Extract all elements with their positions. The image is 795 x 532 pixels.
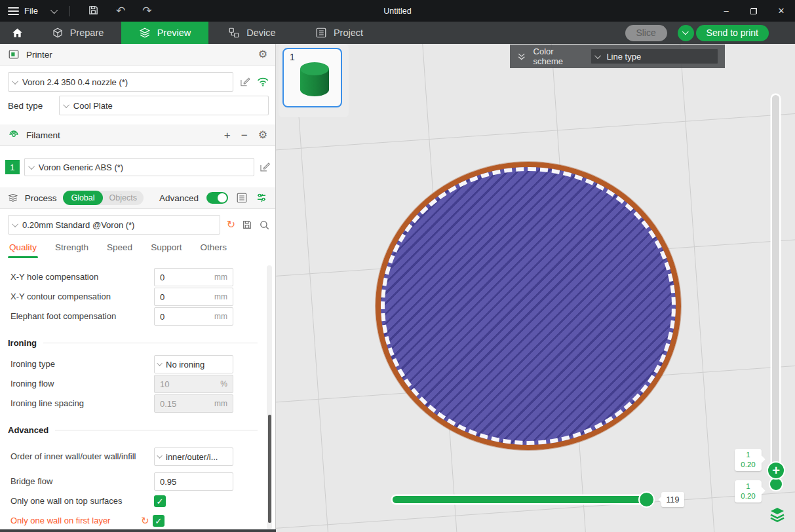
setting-xy-hole-compensation: X-Y hole compensation 0mm <box>10 267 265 287</box>
titlebar-divider <box>69 6 70 16</box>
process-scope-toggle[interactable]: Global Objects <box>63 191 144 205</box>
line-type-dropdown[interactable]: Line type <box>591 48 718 64</box>
edit-filament-icon[interactable] <box>259 161 271 173</box>
chevron-down-icon <box>12 221 18 227</box>
tab-device[interactable]: Device <box>208 22 296 44</box>
printer-settings-gear-icon[interactable]: ⚙ <box>258 49 267 60</box>
tab-quality[interactable]: Quality <box>9 242 37 258</box>
filament-settings-gear-icon[interactable]: ⚙ <box>258 130 267 140</box>
layer-slider-lower-badge: 1 0.20 <box>735 480 762 503</box>
scope-objects[interactable]: Objects <box>103 193 144 202</box>
plate-1-thumbnail[interactable]: 1 <box>282 48 342 107</box>
cylinder-model-preview <box>300 62 329 100</box>
hamburger-menu-icon[interactable] <box>8 7 19 15</box>
settings-list: X-Y hole compensation 0mm X-Y contour co… <box>0 265 265 531</box>
undo-icon[interactable]: ↶ <box>116 5 125 16</box>
tab-support[interactable]: Support <box>151 242 182 258</box>
layers-view-button[interactable] <box>767 504 787 524</box>
restore-button[interactable] <box>740 0 767 22</box>
printer-panel-header: Printer ⚙ <box>0 44 275 66</box>
infill-gap-notches <box>381 167 676 445</box>
setting-bridge-flow: Bridge flow 0.95 <box>10 472 265 491</box>
printer-preset-dropdown[interactable]: Voron 2.4 350 0.4 nozzle (*) <box>8 72 233 92</box>
process-panel-header: Process Global Objects Advanced <box>0 187 275 209</box>
minimize-button[interactable]: – <box>712 0 740 22</box>
home-button[interactable] <box>0 22 34 44</box>
plate-thumbnail-panel: 1 <box>279 44 349 117</box>
process-preset-dropdown[interactable]: 0.20mm Standard @Voron (*) <box>8 215 220 235</box>
project-list-icon <box>315 27 327 39</box>
tab-preview[interactable]: Preview <box>121 22 208 44</box>
advanced-group-header: Advanced <box>8 422 265 438</box>
redo-icon[interactable]: ↷ <box>142 5 151 16</box>
collapse-double-chevron-icon[interactable] <box>516 51 527 62</box>
save-preset-icon[interactable] <box>242 219 252 230</box>
setting-ironing-flow: Ironing flow 10% <box>10 374 265 394</box>
chevron-down-icon <box>595 52 602 59</box>
tab-strength[interactable]: Strength <box>55 242 88 258</box>
ironing-type-dropdown[interactable]: No ironing <box>154 355 233 373</box>
setting-wall-order: Order of inner wall/outer wall/infill in… <box>10 442 265 472</box>
settings-list-icon[interactable] <box>236 192 248 204</box>
slice-button[interactable]: Slice <box>625 25 667 41</box>
one-wall-first-checkbox[interactable]: ✓ <box>153 515 165 527</box>
edit-printer-icon[interactable] <box>239 76 250 88</box>
revert-setting-icon[interactable]: ↻ <box>141 515 149 527</box>
process-tabs: Quality Strength Speed Support Others <box>9 242 266 258</box>
file-menu-chevron-icon[interactable] <box>50 6 58 13</box>
wall-order-dropdown[interactable]: inner/outer/i... <box>154 447 233 466</box>
filament-slot-badge[interactable]: 1 <box>5 160 20 174</box>
send-options-chevron-button[interactable] <box>678 25 694 41</box>
printer-icon <box>8 48 20 60</box>
file-menu[interactable]: File <box>24 6 38 16</box>
chevron-down-icon <box>157 453 162 458</box>
tune-params-icon[interactable] <box>256 192 267 204</box>
send-to-print-button[interactable]: Send to print <box>696 25 769 41</box>
layer-slider-track[interactable] <box>772 95 779 466</box>
tab-prepare[interactable]: Prepare <box>34 22 121 44</box>
move-slider-handle[interactable] <box>638 491 655 508</box>
save-icon[interactable] <box>88 5 99 18</box>
advanced-label: Advanced <box>159 193 199 203</box>
bridge-flow-input[interactable]: 0.95 <box>154 472 233 491</box>
printer-header-title: Printer <box>26 50 52 60</box>
settings-scrollbar-thumb[interactable] <box>268 415 271 523</box>
remove-filament-icon[interactable]: − <box>241 130 248 141</box>
bed-type-dropdown[interactable]: Cool Plate <box>59 96 269 115</box>
move-slider-track[interactable] <box>393 496 653 503</box>
search-settings-icon[interactable] <box>259 219 270 231</box>
process-layers-icon <box>8 192 18 204</box>
tab-speed[interactable]: Speed <box>107 242 132 258</box>
one-wall-top-checkbox[interactable]: ✓ <box>154 495 166 507</box>
xy-contour-input[interactable]: 0mm <box>154 288 233 306</box>
ironing-line-spacing-input: 0.15mm <box>154 394 233 413</box>
preview-viewport[interactable]: 1 Color scheme Line type 1 0.20 1 0.20 <box>276 44 795 532</box>
add-filament-icon[interactable]: + <box>224 130 231 141</box>
tab-others[interactable]: Others <box>200 242 227 258</box>
view-options-bar: Color scheme Line type <box>510 45 725 68</box>
check-icon: ✓ <box>155 516 162 526</box>
device-icon <box>228 27 240 39</box>
tab-project[interactable]: Project <box>296 22 383 44</box>
ironing-group-header: Ironing <box>8 335 265 351</box>
plate-number: 1 <box>290 52 295 62</box>
move-slider-value-badge: 119 <box>661 492 684 507</box>
filament-preset-dropdown[interactable]: Voron Generic ABS (*) <box>24 158 254 176</box>
reset-preset-icon[interactable]: ↻ <box>227 219 235 230</box>
sidebar: Printer ⚙ Voron 2.4 350 0.4 nozzle (*) B… <box>0 44 276 532</box>
ironing-flow-input: 10% <box>154 375 233 393</box>
xy-hole-input[interactable]: 0mm <box>154 268 233 286</box>
layer-slider-upper-badge: 1 0.20 <box>735 449 762 471</box>
sliced-layer-view <box>376 162 681 450</box>
wifi-icon[interactable] <box>257 77 269 87</box>
add-color-change-button[interactable]: + <box>767 461 785 480</box>
advanced-toggle[interactable] <box>206 192 228 204</box>
elephant-foot-input[interactable]: 0mm <box>154 307 233 326</box>
filament-panel-header: Filament + − ⚙ <box>0 124 275 146</box>
color-scheme-label: Color scheme <box>533 47 585 66</box>
main-navbar: Prepare Preview Device Project Slice Sen… <box>0 22 795 44</box>
filament-spool-icon <box>8 129 20 141</box>
chevron-down-icon <box>157 360 162 366</box>
scope-global[interactable]: Global <box>63 191 102 205</box>
close-button[interactable]: ✕ <box>767 0 795 22</box>
